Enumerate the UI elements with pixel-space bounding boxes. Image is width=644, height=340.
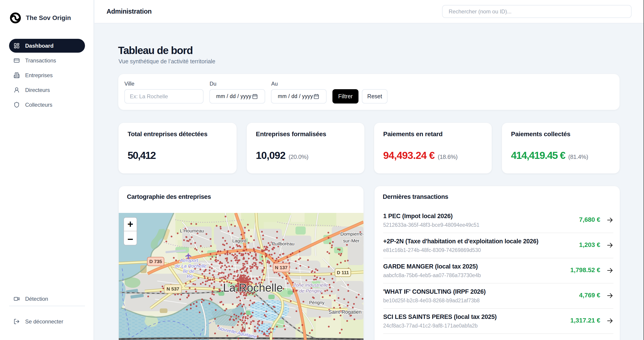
svg-text:Île de: Île de	[183, 268, 194, 274]
svg-text:sur-Mer: sur-Mer	[343, 238, 360, 243]
svg-text:Dompierre-: Dompierre-	[340, 231, 364, 237]
svg-text:Ré: Ré	[187, 274, 193, 279]
svg-text:de Périgny: de Périgny	[299, 288, 322, 293]
svg-text:Aéroport: Aéroport	[180, 258, 198, 263]
svg-text:de La Rochelle: de La Rochelle	[175, 263, 206, 268]
svg-text:Zone Industrielle: Zone Industrielle	[293, 282, 328, 288]
svg-text:Puilboreau: Puilboreau	[272, 241, 294, 246]
svg-text:D 735: D 735	[149, 259, 162, 264]
svg-text:Lagord: Lagord	[232, 238, 246, 243]
svg-text:N 537: N 537	[166, 286, 179, 291]
svg-text:N 137: N 137	[275, 265, 288, 270]
svg-text:D 111: D 111	[337, 270, 349, 275]
svg-text:La Rochelle: La Rochelle	[223, 281, 283, 294]
svg-text:Saint-Rogatien: Saint-Rogatien	[328, 309, 362, 315]
svg-text:Périgny: Périgny	[309, 300, 324, 305]
svg-text:L'Houmeau: L'Houmeau	[180, 228, 204, 233]
